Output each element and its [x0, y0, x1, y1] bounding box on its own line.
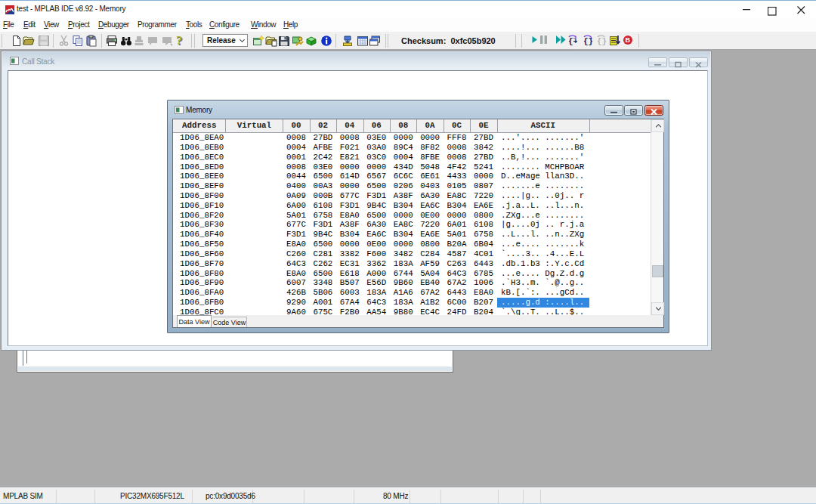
svg-text:{}: {} [583, 37, 592, 45]
svg-text:{+}: {+} [568, 37, 577, 45]
svg-text:{}: {} [597, 37, 606, 45]
svg-text:B: B [626, 36, 631, 44]
